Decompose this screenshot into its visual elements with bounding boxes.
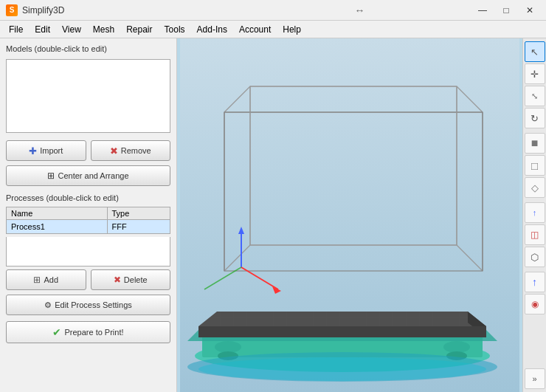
svg-point-9 bbox=[198, 357, 486, 381]
maximize-button[interactable]: □ bbox=[496, 3, 516, 18]
title-bar: S Simplify3D ↔ — □ ✕ bbox=[0, 0, 546, 21]
view-iso-button[interactable]: ◇ bbox=[525, 177, 545, 198]
axes-icon: ↑ bbox=[533, 208, 537, 217]
select-icon: ↖ bbox=[531, 47, 539, 58]
delete-icon: ✖ bbox=[114, 275, 121, 285]
menu-bar: FileEditViewMeshRepairToolsAdd-InsAccoun… bbox=[0, 21, 546, 38]
axis-y-icon: ↑ bbox=[532, 276, 537, 288]
menu-item-view[interactable]: View bbox=[56, 23, 87, 36]
axes-button[interactable]: ↑ bbox=[525, 202, 545, 223]
import-button[interactable]: ✚ Import bbox=[6, 140, 86, 161]
3d-scene bbox=[177, 38, 522, 392]
view-wire-button[interactable]: □ bbox=[525, 155, 545, 176]
edit-process-icon: ⚙ bbox=[44, 300, 52, 310]
target-button[interactable]: ◉ bbox=[525, 294, 545, 314]
svg-point-4 bbox=[215, 341, 241, 353]
rotate-icon: ↻ bbox=[531, 113, 539, 124]
prepare-to-print-button[interactable]: ✔ Prepare to Print! bbox=[6, 321, 170, 343]
remove-button[interactable]: ✖ Remove bbox=[91, 140, 171, 161]
select-tool-button[interactable]: ↖ bbox=[525, 41, 545, 62]
tilt-icon: ◫ bbox=[531, 230, 539, 240]
processes-section-label: Processes (double-click to edit) bbox=[6, 193, 170, 202]
menu-item-tools[interactable]: Tools bbox=[159, 23, 191, 36]
models-buttons: ✚ Import ✖ Remove bbox=[6, 140, 170, 161]
main-layout: Models (double-click to edit) ✚ Import ✖… bbox=[0, 38, 546, 392]
minimize-button[interactable]: — bbox=[472, 3, 493, 18]
wire-view-icon: □ bbox=[531, 159, 538, 172]
cube-view-button[interactable]: ⬡ bbox=[525, 247, 545, 267]
models-section-label: Models (double-click to edit) bbox=[6, 44, 170, 53]
menu-item-account[interactable]: Account bbox=[233, 23, 277, 36]
solid-view-icon: ■ bbox=[531, 137, 539, 150]
more-button[interactable]: » bbox=[525, 368, 545, 389]
menu-item-edit[interactable]: Edit bbox=[29, 23, 56, 36]
move-tool-button[interactable]: ✛ bbox=[525, 63, 545, 84]
menu-item-repair[interactable]: Repair bbox=[120, 23, 158, 36]
more-icon: » bbox=[532, 374, 536, 383]
svg-point-5 bbox=[443, 341, 470, 353]
process-buttons: ⊞ Add ✖ Delete bbox=[6, 269, 170, 290]
target-icon: ◉ bbox=[531, 299, 539, 309]
processes-empty-area bbox=[6, 237, 170, 267]
svg-marker-11 bbox=[198, 312, 486, 326]
process-type: FFF bbox=[107, 220, 170, 234]
rotate-tool-button[interactable]: ↻ bbox=[525, 108, 545, 128]
cube-icon: ⬡ bbox=[531, 252, 539, 263]
menu-item-add-ins[interactable]: Add-Ins bbox=[191, 23, 233, 36]
svg-marker-13 bbox=[198, 326, 486, 337]
center-arrange-button[interactable]: ⊞ Center and Arrange bbox=[6, 165, 170, 186]
process-name: Process1 bbox=[7, 220, 108, 234]
left-panel: Models (double-click to edit) ✚ Import ✖… bbox=[0, 38, 177, 392]
close-button[interactable]: ✕ bbox=[519, 3, 540, 18]
menu-item-file[interactable]: File bbox=[3, 23, 29, 36]
center-arrange-icon: ⊞ bbox=[47, 171, 55, 181]
resize-icon: ↔ bbox=[355, 4, 365, 16]
add-process-button[interactable]: ⊞ Add bbox=[6, 269, 86, 290]
viewport[interactable] bbox=[177, 38, 522, 392]
col-type: Type bbox=[107, 207, 170, 220]
tilt-button[interactable]: ◫ bbox=[525, 224, 545, 245]
add-icon: ⊞ bbox=[33, 275, 41, 285]
processes-table: Name Type Process1 FFF bbox=[6, 207, 170, 234]
menu-item-mesh[interactable]: Mesh bbox=[87, 23, 120, 36]
right-toolbar: ↖ ✛ ⤡ ↻ ■ □ ◇ ↑ ◫ ⬡ ↑ bbox=[522, 38, 546, 392]
axis-y-button[interactable]: ↑ bbox=[525, 272, 545, 292]
iso-view-icon: ◇ bbox=[531, 182, 539, 193]
app-icon: S bbox=[6, 4, 18, 16]
table-row[interactable]: Process1 FFF bbox=[7, 220, 170, 234]
scale-icon: ⤡ bbox=[531, 92, 538, 101]
app-title: Simplify3D bbox=[22, 5, 247, 16]
delete-process-button[interactable]: ✖ Delete bbox=[91, 269, 171, 290]
remove-icon: ✖ bbox=[110, 145, 118, 157]
col-name: Name bbox=[7, 207, 108, 220]
edit-process-button[interactable]: ⚙ Edit Process Settings bbox=[6, 295, 170, 315]
move-icon: ✛ bbox=[531, 69, 539, 80]
processes-section: Processes (double-click to edit) Name Ty… bbox=[6, 193, 170, 386]
models-list[interactable] bbox=[6, 59, 170, 133]
view-solid-button[interactable]: ■ bbox=[525, 133, 545, 154]
import-icon: ✚ bbox=[29, 145, 37, 157]
window-controls: — □ ✕ bbox=[472, 3, 540, 18]
scale-tool-button[interactable]: ⤡ bbox=[525, 86, 545, 106]
prepare-icon: ✔ bbox=[52, 326, 61, 338]
menu-item-help[interactable]: Help bbox=[277, 23, 307, 36]
